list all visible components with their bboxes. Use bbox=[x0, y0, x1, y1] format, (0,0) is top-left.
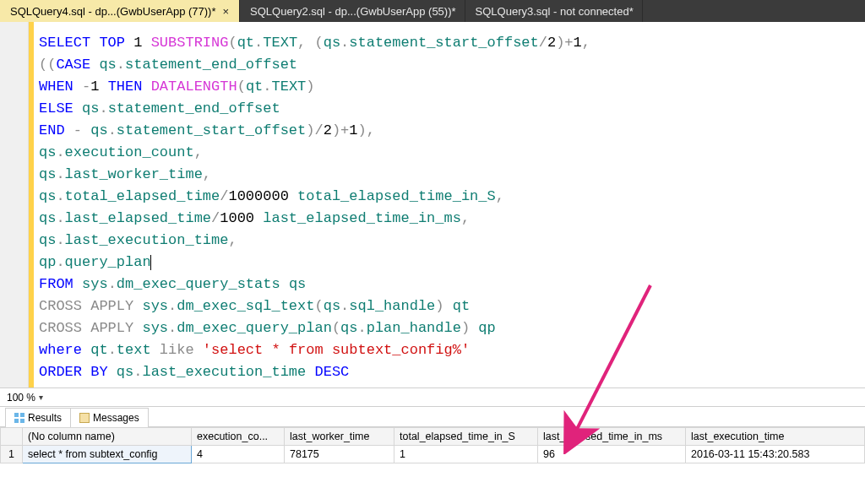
text-caret bbox=[150, 255, 151, 270]
table-row[interactable]: 1 select * from subtext_config 4 78175 1… bbox=[1, 446, 865, 463]
tab-results[interactable]: Results bbox=[5, 408, 71, 427]
editor-tab-query3[interactable]: SQLQuery3.sql - not connected* bbox=[465, 0, 643, 22]
code-area[interactable]: SELECT TOP 1 SUBSTRING(qt.TEXT, (qs.stat… bbox=[34, 22, 865, 387]
grid-icon bbox=[14, 413, 24, 423]
grid-cell[interactable]: 4 bbox=[192, 446, 285, 463]
grid-header[interactable]: last_elapsed_time_in_ms bbox=[538, 428, 686, 446]
editor-tab-query4[interactable]: SQLQuery4.sql - dp...(GwbUserApp (77))* … bbox=[0, 0, 240, 22]
grid-cell[interactable]: 1 bbox=[394, 446, 538, 463]
grid-cell[interactable]: 96 bbox=[538, 446, 686, 463]
tab-messages[interactable]: Messages bbox=[71, 408, 149, 427]
results-grid-wrap[interactable]: (No column name) execution_co... last_wo… bbox=[0, 427, 865, 501]
tab-label: Results bbox=[28, 412, 62, 424]
messages-icon bbox=[79, 413, 90, 423]
editor-tab-query2[interactable]: SQLQuery2.sql - dp...(GwbUserApp (55))* bbox=[240, 0, 465, 22]
row-number[interactable]: 1 bbox=[1, 446, 23, 463]
grid-header-row: (No column name) execution_co... last_wo… bbox=[1, 428, 865, 446]
grid-header[interactable]: last_worker_time bbox=[285, 428, 394, 446]
tab-label: Messages bbox=[93, 412, 139, 424]
sql-editor[interactable]: SELECT TOP 1 SUBSTRING(qt.TEXT, (qs.stat… bbox=[0, 22, 865, 388]
zoom-bar: 100 % ▾ bbox=[0, 388, 865, 407]
grid-cell[interactable]: 78175 bbox=[285, 446, 394, 463]
close-icon[interactable]: × bbox=[220, 6, 231, 17]
results-tabbar: Results Messages bbox=[0, 407, 865, 427]
grid-header[interactable]: last_execution_time bbox=[686, 428, 865, 446]
results-grid[interactable]: (No column name) execution_co... last_wo… bbox=[0, 427, 865, 463]
zoom-value: 100 % bbox=[7, 392, 35, 404]
zoom-dropdown[interactable]: 100 % ▾ bbox=[7, 392, 43, 404]
chevron-down-icon: ▾ bbox=[39, 393, 43, 402]
grid-cell[interactable]: 2016-03-11 15:43:20.583 bbox=[686, 446, 865, 463]
grid-cell[interactable]: select * from subtext_config bbox=[23, 446, 192, 463]
grid-header-rownum[interactable] bbox=[1, 428, 23, 446]
grid-header[interactable]: execution_co... bbox=[192, 428, 285, 446]
tab-label: SQLQuery3.sql - not connected* bbox=[476, 5, 634, 18]
grid-header[interactable]: total_elapsed_time_in_S bbox=[394, 428, 538, 446]
editor-tabbar: SQLQuery4.sql - dp...(GwbUserApp (77))* … bbox=[0, 0, 865, 22]
editor-gutter bbox=[0, 22, 29, 387]
tab-label: SQLQuery4.sql - dp...(GwbUserApp (77))* bbox=[10, 5, 215, 18]
grid-header[interactable]: (No column name) bbox=[23, 428, 192, 446]
tab-label: SQLQuery2.sql - dp...(GwbUserApp (55))* bbox=[250, 5, 455, 18]
